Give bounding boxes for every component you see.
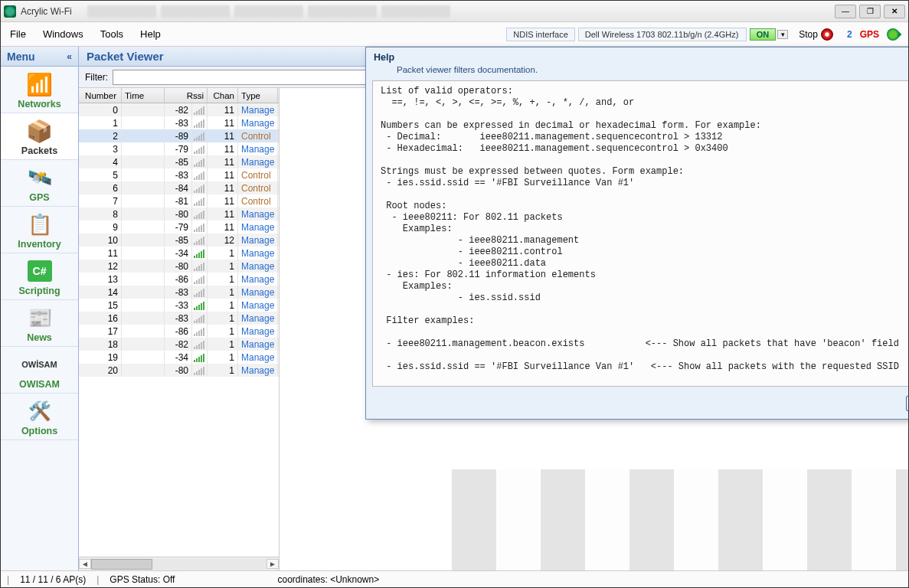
owisam-icon: OWİSAM — [21, 360, 57, 369]
options-icon — [25, 398, 55, 424]
table-row[interactable]: 3-7911Manage — [79, 142, 279, 155]
sidebar-item-inventory[interactable]: Inventory — [1, 207, 78, 253]
table-row[interactable]: 7-8111Control — [79, 194, 279, 207]
dialog-title: Help — [374, 52, 394, 63]
col-type[interactable]: Type — [238, 88, 278, 103]
maximize-button[interactable]: ❐ — [859, 5, 881, 18]
inventory-icon — [25, 211, 55, 237]
leaf-icon[interactable] — [884, 25, 902, 43]
dialog-body[interactable]: List of valid operators: ==, !=, <, >, <… — [372, 80, 909, 387]
gps-icon — [25, 165, 55, 191]
col-number[interactable]: Number — [79, 88, 122, 103]
news-icon — [25, 305, 55, 331]
packet-grid[interactable]: Number Time Rssi Chan Type 0-8211Manage1… — [79, 88, 280, 570]
horizontal-scrollbar[interactable]: ◄ ► — [79, 557, 279, 570]
col-chan[interactable]: Chan — [208, 88, 238, 103]
interface-dropdown[interactable]: ▾ — [777, 30, 788, 39]
close-button[interactable]: ✕ — [884, 5, 905, 18]
table-row[interactable]: 11-341Manage — [79, 247, 279, 260]
interface-name[interactable]: Dell Wireless 1703 802.11b/g/n (2.4GHz) — [578, 28, 747, 41]
content-area: Packet Viewer Filter: Apply Clear Help E… — [79, 47, 908, 570]
table-row[interactable]: 13-861Manage — [79, 273, 279, 286]
scroll-right-icon[interactable]: ► — [266, 559, 279, 569]
table-row[interactable]: 4-8511Manage — [79, 155, 279, 168]
sidebar-item-scripting[interactable]: C# Scripting — [1, 253, 78, 300]
sidebar-label: GPS — [1, 192, 78, 203]
table-row[interactable]: 9-7911Manage — [79, 220, 279, 234]
table-row[interactable]: 10-8512Manage — [79, 234, 279, 247]
sidebar-item-packets[interactable]: Packets — [1, 113, 78, 160]
table-row[interactable]: 19-341Manage — [79, 351, 279, 364]
background-tabs — [87, 5, 835, 18]
scripting-icon: C# — [28, 260, 52, 282]
table-row[interactable]: 12-801Manage — [79, 260, 279, 273]
table-row[interactable]: 2-8911Control — [79, 129, 279, 142]
sidebar-item-options[interactable]: Options — [1, 394, 78, 440]
interface-type[interactable]: NDIS interface — [506, 28, 575, 41]
sidebar-label: Scripting — [1, 286, 78, 296]
grid-header: Number Time Rssi Chan Type — [79, 88, 279, 103]
ok-button[interactable]: OK — [906, 396, 909, 411]
filter-label: Filter: — [85, 72, 108, 83]
interface-on-button[interactable]: ON — [750, 28, 777, 41]
app-icon — [4, 5, 16, 18]
packets-icon — [25, 118, 55, 144]
menu-help[interactable]: Help — [140, 28, 161, 40]
menu-tools[interactable]: Tools — [100, 28, 123, 40]
status-gps: GPS Status: Off — [110, 574, 175, 585]
sidebar-label: Inventory — [1, 239, 78, 250]
sidebar-label: Options — [1, 426, 78, 436]
table-row[interactable]: 16-831Manage — [79, 312, 279, 325]
table-row[interactable]: 18-821Manage — [79, 338, 279, 351]
collapse-icon[interactable]: « — [67, 51, 72, 62]
sidebar: Menu « Networks Packets GPS Inventory C#… — [1, 47, 79, 570]
table-row[interactable]: 5-8311Control — [79, 168, 279, 181]
sidebar-item-networks[interactable]: Networks — [1, 67, 78, 113]
sidebar-label: Networks — [1, 99, 78, 109]
stop-label: Stop — [799, 29, 818, 40]
app-title: Acrylic Wi-Fi — [21, 6, 72, 17]
sidebar-item-news[interactable]: News — [1, 300, 78, 347]
minimize-button[interactable]: — — [835, 5, 856, 18]
gps-badge: GPS — [860, 29, 879, 40]
table-row[interactable]: 8-8011Manage — [79, 207, 279, 220]
table-row[interactable]: 14-831Manage — [79, 286, 279, 299]
scroll-left-icon[interactable]: ◄ — [79, 559, 91, 569]
sidebar-label: News — [1, 332, 78, 343]
networks-icon — [25, 71, 55, 97]
sidebar-title: Menu — [7, 51, 35, 63]
col-time[interactable]: Time — [122, 88, 165, 103]
packet-count-badge: 2 — [847, 29, 852, 40]
help-dialog: Help Packet viewer filters documentation… — [365, 47, 909, 420]
sidebar-label: Packets — [1, 145, 78, 156]
titlebar: Acrylic Wi-Fi — ❐ ✕ — [1, 1, 908, 22]
dialog-subtitle: Packet viewer filters documentation. — [397, 65, 909, 74]
table-row[interactable]: 20-801Manage — [79, 364, 279, 377]
stop-button[interactable] — [821, 28, 833, 41]
status-coords: coordinates: <Unknown> — [277, 574, 379, 585]
status-aps: 11 / 11 / 6 AP(s) — [20, 574, 86, 585]
sidebar-header[interactable]: Menu « — [1, 47, 78, 67]
menubar: File Windows Tools Help NDIS interface D… — [1, 22, 908, 47]
table-row[interactable]: 0-8211Manage — [79, 103, 279, 116]
table-row[interactable]: 15-331Manage — [79, 299, 279, 312]
sidebar-label: OWISAM — [1, 379, 78, 390]
sidebar-item-owisam[interactable]: OWİSAM OWISAM — [1, 347, 78, 394]
menu-file[interactable]: File — [10, 28, 26, 40]
menu-windows[interactable]: Windows — [43, 28, 83, 40]
grid-body[interactable]: 0-8211Manage1-8311Manage2-8911Control3-7… — [79, 103, 279, 557]
col-rssi[interactable]: Rssi — [165, 88, 208, 103]
table-row[interactable]: 1-8311Manage — [79, 116, 279, 129]
scroll-thumb[interactable] — [91, 559, 152, 570]
table-row[interactable]: 6-8411Control — [79, 181, 279, 194]
status-bar: | 11 / 11 / 6 AP(s) | GPS Status: Off co… — [1, 570, 908, 587]
sidebar-item-gps[interactable]: GPS — [1, 160, 78, 207]
hex-stripes — [452, 469, 908, 570]
table-row[interactable]: 17-861Manage — [79, 325, 279, 338]
